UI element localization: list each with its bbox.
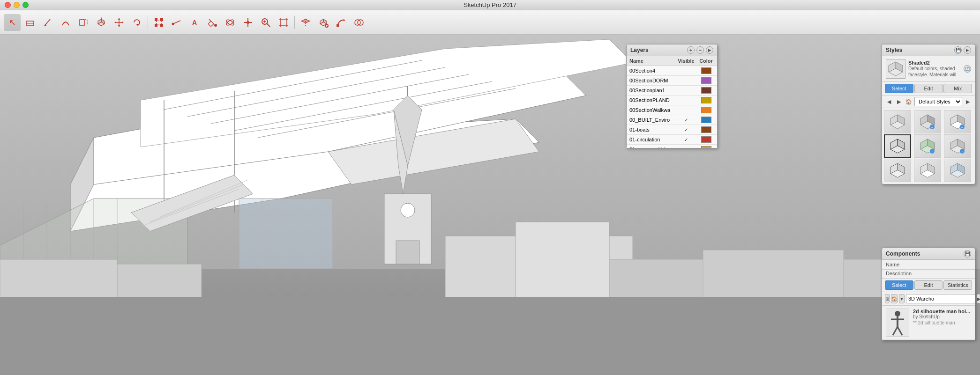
arc-tool[interactable] [57,14,74,31]
style-thumbnail-7[interactable] [884,159,911,182]
tape-tool[interactable] [168,14,185,31]
layers-add-button[interactable]: + [687,46,695,54]
layers-panel-titlebar: Layers + − ▶ [627,44,717,56]
layer-color[interactable] [698,67,714,74]
comp-nav-grid[interactable]: ⊞ [885,294,890,303]
styles-menu-button[interactable]: ▶ [964,46,971,54]
components-name-label: Name [882,260,975,270]
components-panel: Components 💾 Name Description Select Edi… [882,248,975,340]
tab-comp-edit[interactable]: Edit [914,280,943,290]
comp-nav-home[interactable]: 🏠 [891,294,898,303]
svg-rect-86 [0,259,117,353]
style-preview [886,59,905,79]
layer-row[interactable]: 00SectionDORM [627,76,717,86]
scale-tool[interactable] [150,14,167,31]
eraser-tool[interactable] [22,14,38,31]
style-thumbnail-9[interactable] [944,159,971,182]
layer-visible[interactable]: ✓ [674,127,698,132]
rotate-tool[interactable] [128,14,145,31]
layers-panel-title: Layers [630,47,649,53]
layer-row[interactable]: 01-boats ✓ [627,125,717,135]
zoom-extents-tool[interactable] [275,14,292,31]
comp-search-input[interactable] [906,294,975,303]
layers-list: 00Section4 00SectionDORM 00Sectionplan1 … [627,66,717,148]
styles-nav-forward[interactable]: ▶ [895,97,903,106]
layer-color[interactable] [698,97,714,103]
styles-folder-select[interactable]: Default Styles [914,97,962,106]
layer-color[interactable] [698,146,714,148]
layer-color[interactable] [698,77,714,84]
style-thumbnail-5[interactable]: + [914,134,941,158]
layer-row[interactable]: 00SectionPLAND [627,96,717,105]
layer-color[interactable] [698,136,714,143]
layers-menu-button[interactable]: ▶ [706,46,713,54]
layers-col-name: Name [629,58,674,64]
comp-search-row: ⊞ 🏠 ▼ ▶ [882,292,975,306]
svg-marker-17 [122,22,124,23]
style-thumbnail-3[interactable]: + [944,110,971,133]
move-tool[interactable] [111,14,127,31]
styles-home-button[interactable]: 🏠 [905,97,913,106]
styles-nav-back[interactable]: ◀ [885,97,893,106]
minimize-button[interactable] [14,2,20,8]
styles-update-button[interactable]: 🔄 [964,65,971,73]
style-thumbnail-1[interactable] [884,110,911,133]
layer-row[interactable]: 01-concrete-bldg ✓ [627,145,717,148]
svg-point-135 [895,311,900,316]
svg-line-63 [211,74,469,124]
close-button[interactable] [5,2,11,8]
svg-rect-21 [160,18,163,21]
styles-save-button[interactable]: 💾 [954,46,962,54]
tab-styles-edit[interactable]: Edit [914,84,943,93]
layer-row[interactable]: 00Section4 [627,66,717,76]
styles-expand-button[interactable]: ▶ [964,97,972,106]
style-thumbnail-8[interactable] [914,159,941,182]
follow-me-tool[interactable] [333,14,350,31]
svg-rect-34 [280,19,287,26]
orbit-tool[interactable] [222,14,239,31]
layer-row[interactable]: 00SectionWalkwa [627,105,717,115]
layer-color[interactable] [698,107,714,113]
svg-marker-58 [94,72,586,184]
maximize-button[interactable] [22,2,29,8]
svg-line-89 [141,189,239,227]
tab-styles-mix[interactable]: Mix [943,84,972,93]
layers-remove-button[interactable]: − [696,46,704,54]
components-save-button[interactable]: 💾 [964,250,971,257]
svg-line-64 [234,81,492,131]
svg-rect-20 [155,18,157,21]
comp-search-button[interactable]: ▶ [977,294,980,303]
layer-color[interactable] [698,117,714,123]
component-tool[interactable] [315,14,332,31]
layer-color[interactable] [698,87,714,94]
select-tool[interactable]: ↖ [4,14,21,31]
style-thumbnail-2[interactable]: + [914,110,941,133]
pushpull-tool[interactable] [93,14,110,31]
layer-visible[interactable]: ✓ [674,147,698,148]
layer-row[interactable]: 01-circulation ✓ [627,135,717,145]
style-thumbnail-6[interactable]: + [944,134,971,158]
svg-marker-60 [141,39,633,147]
zoom-tool[interactable] [257,14,274,31]
layer-visible[interactable]: ✓ [674,137,698,142]
layer-visible[interactable]: ✓ [674,117,698,123]
tab-comp-select[interactable]: Select [885,280,913,290]
viewport[interactable]: Layers + − ▶ Name Visible Color 00Sectio… [0,35,980,375]
components-panel-titlebar: Components 💾 [882,248,975,260]
section-tool[interactable] [297,14,314,31]
comp-nav-dropdown[interactable]: ▼ [899,294,905,303]
scene-drawing [0,35,980,375]
layer-row[interactable]: 00_BUILT_Enviro ✓ [627,115,717,125]
pan-tool[interactable] [239,14,256,31]
layer-color[interactable] [698,126,714,133]
component-by: by SketchUp [913,314,971,319]
intersect-tool[interactable] [351,14,367,31]
text-tool[interactable]: A [186,14,203,31]
rectangle-tool[interactable] [75,14,92,31]
paint-tool[interactable] [204,14,221,31]
layer-row[interactable]: 00Sectionplan1 [627,86,717,96]
tab-comp-statistics[interactable]: Statistics [943,280,972,290]
style-thumbnail-4[interactable] [884,134,911,158]
pencil-tool[interactable] [39,14,56,31]
tab-styles-select[interactable]: Select [885,84,913,93]
